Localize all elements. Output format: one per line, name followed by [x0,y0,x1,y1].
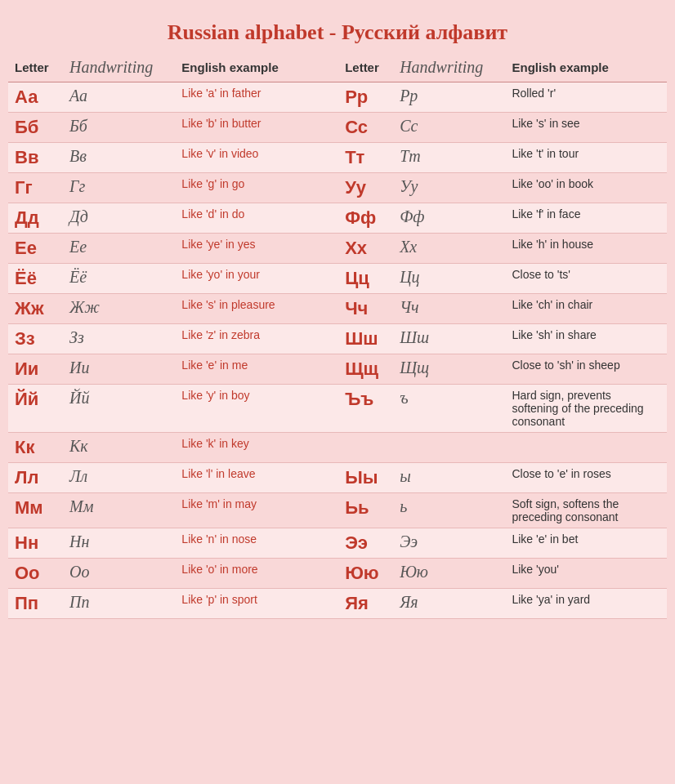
handwriting-right [393,433,505,463]
handwriting-left: Пп [63,589,175,619]
example-left: Like 'y' in boy [175,385,336,433]
handwriting-left: Лл [63,463,175,493]
handwriting-right: Тт [393,143,505,173]
table-body: АаАаLike 'a' in fatherРрРрRolled 'r'БбБб… [8,82,667,619]
header-handwriting-left: Handwriting [63,53,175,82]
handwriting-right: Яя [393,589,505,619]
handwriting-left: Нн [63,528,175,559]
example-left: Like 'yo' in your [175,264,336,294]
table-row: ДдДдLike 'd' in doФфФфLike 'f' in face [8,203,667,234]
handwriting-right: Сс [393,113,505,143]
letter-right: Ыы [338,463,393,493]
example-right: Like 'ya' in yard [505,589,667,619]
example-left: Like 'n' in nose [175,528,336,559]
letter-right: Хх [338,234,393,264]
letter-right: Уу [338,173,393,203]
example-left: Like 'v' in video [175,143,336,173]
handwriting-left: Жж [63,294,175,324]
alphabet-table-wrapper: Letter Handwriting English example Lette… [8,53,667,619]
header-handwriting-right: Handwriting [393,53,505,82]
handwriting-left: Вв [63,143,175,173]
handwriting-right: Ээ [393,528,505,559]
example-right: Like 'f' in face [505,203,667,234]
example-right: Close to 'e' in roses [505,463,667,493]
letter-right: Фф [338,203,393,234]
letter-right: Шш [338,324,393,354]
handwriting-right: ы [393,463,505,493]
letter-right: Ьь [338,493,393,528]
letter-left: Вв [8,143,63,173]
table-row: ЕеЕеLike 'ye' in yesХхХхLike 'h' in hous… [8,234,667,264]
example-right: Like 'h' in house [505,234,667,264]
table-row: ЗзЗзLike 'z' in zebraШшШшLike 'sh' in sh… [8,324,667,354]
letter-right: Тт [338,143,393,173]
letter-left: Бб [8,113,63,143]
header-example-left: English example [175,53,336,82]
letter-right: Цц [338,264,393,294]
example-right: Like 'oo' in book [505,173,667,203]
letter-right: Ъъ [338,385,393,433]
table-row: ЁёЁёLike 'yo' in yourЦцЦцClose to 'ts' [8,264,667,294]
letter-left: Дд [8,203,63,234]
handwriting-right: Юю [393,559,505,589]
letter-right [338,433,393,463]
letter-right: Щщ [338,354,393,385]
letter-left: Ии [8,354,63,385]
example-left: Like 'p' in sport [175,589,336,619]
header-letter-left: Letter [8,53,63,82]
table-row: ОоОоLike 'o' in moreЮюЮюLike 'you' [8,559,667,589]
handwriting-right: ъ [393,385,505,433]
example-right: Hard sign, prevents softening of the pre… [505,385,667,433]
handwriting-right: ь [393,493,505,528]
example-left: Like 'b' in butter [175,113,336,143]
example-left: Like 'k' in key [175,433,336,463]
table-row: КкКкLike 'k' in key [8,433,667,463]
handwriting-right: Чч [393,294,505,324]
example-left: Like 'ye' in yes [175,234,336,264]
handwriting-left: Ии [63,354,175,385]
letter-left: Ее [8,234,63,264]
letter-right: Сс [338,113,393,143]
handwriting-right: Цц [393,264,505,294]
handwriting-left: Мм [63,493,175,528]
example-left: Like 'z' in zebra [175,324,336,354]
example-right [505,433,667,463]
letter-left: Оо [8,559,63,589]
page-title: Russian alphabet - Русский алфавит [8,8,667,53]
letter-left: Жж [8,294,63,324]
example-right: Like 'you' [505,559,667,589]
example-left: Like 'o' in more [175,559,336,589]
example-left: Like 'g' in go [175,173,336,203]
handwriting-right: Рр [393,82,505,113]
letter-right: Юю [338,559,393,589]
letter-left: Йй [8,385,63,433]
letter-left: Мм [8,493,63,528]
example-left: Like 'l' in leave [175,463,336,493]
header-example-right: English example [505,53,667,82]
table-row: ВвВвLike 'v' in videoТтТтLike 't' in tou… [8,143,667,173]
handwriting-left: Гг [63,173,175,203]
example-left: Like 's' in pleasure [175,294,336,324]
letter-right: Ээ [338,528,393,559]
table-row: ЙйЙйLike 'y' in boyЪъъHard sign, prevent… [8,385,667,433]
handwriting-left: Аа [63,82,175,113]
example-right: Close to 'sh' in sheep [505,354,667,385]
letter-left: Аа [8,82,63,113]
table-row: БбБбLike 'b' in butterСсСсLike 's' in se… [8,113,667,143]
table-header: Letter Handwriting English example Lette… [8,53,667,82]
header-letter-right: Letter [338,53,393,82]
example-right: Like 's' in see [505,113,667,143]
handwriting-left: Ёё [63,264,175,294]
example-right: Like 'ch' in chair [505,294,667,324]
handwriting-right: Фф [393,203,505,234]
example-right: Close to 'ts' [505,264,667,294]
letter-left: Зз [8,324,63,354]
letter-left: Гг [8,173,63,203]
letter-left: Ёё [8,264,63,294]
letter-left: Кк [8,433,63,463]
table-row: ПпПпLike 'p' in sportЯяЯяLike 'ya' in ya… [8,589,667,619]
table-row: ГгГгLike 'g' in goУуУуLike 'oo' in book [8,173,667,203]
alphabet-table: Letter Handwriting English example Lette… [8,53,667,619]
example-right: Like 'sh' in share [505,324,667,354]
example-right: Soft sign, softens the preceding consona… [505,493,667,528]
